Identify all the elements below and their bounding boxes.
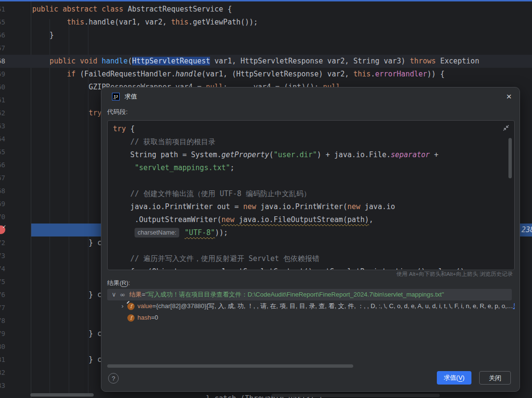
line-number[interactable]: 62 — [0, 107, 5, 120]
line-number[interactable]: 59 — [0, 68, 5, 81]
line-number[interactable]: 60 — [0, 81, 5, 94]
fragment-code-line[interactable]: String path = System.getProperty("user.d… — [130, 149, 515, 162]
code-text: public void handle(HttpServletRequest va… — [49, 55, 479, 68]
line-number[interactable]: 65 — [0, 146, 5, 159]
dialog-titlebar: IJ 求值 — [112, 92, 137, 101]
dialog-title: 求值 — [124, 92, 137, 101]
close-button[interactable]: 关闭 — [479, 371, 511, 385]
code-text: } c — [88, 236, 101, 249]
fragment-code-line[interactable]: // 遍历并写入文件，使用反射避开 Servlet 包依赖报错 — [130, 252, 515, 265]
line-number[interactable]: 55 — [0, 16, 5, 29]
line-number[interactable]: 64 — [0, 133, 5, 146]
code-fragment-editor[interactable]: try {// 获取当前项目的根目录String path = System.g… — [107, 120, 515, 270]
code-text: } c — [88, 353, 101, 366]
result-tree[interactable]: ∨∞结果 = "写入成功！请在项目目录查看文件：D:\CodeAudit\Fin… — [107, 289, 515, 361]
line-number[interactable]: 70 — [0, 211, 5, 224]
line-number[interactable]: 76 — [0, 288, 5, 301]
variable-name: hash — [137, 312, 151, 323]
editor-horizontal-scrollbar[interactable] — [30, 393, 94, 397]
tree-expander-icon[interactable]: ∨ — [110, 289, 118, 300]
line-number[interactable]: 61 — [0, 94, 5, 107]
collapse-expand-icon[interactable] — [503, 124, 509, 131]
value-text: 0 — [155, 312, 158, 323]
line-number[interactable]: 79 — [0, 327, 5, 340]
line-number[interactable]: 68 — [0, 185, 5, 198]
show-more-link[interactable]: 显示 — [513, 300, 515, 312]
line-number[interactable]: 74 — [0, 262, 5, 275]
result-tree-row[interactable]: ∨∞结果 = "写入成功！请在项目目录查看文件：D:\CodeAudit\Fin… — [107, 289, 512, 300]
fragment-code-line[interactable] — [113, 239, 515, 252]
result-label: 结果(R): — [107, 279, 130, 287]
equals-sign: = — [151, 312, 155, 323]
line-number[interactable]: 51 — [0, 3, 5, 16]
line-number[interactable]: 83 — [0, 379, 5, 392]
history-hint: 使用 Alt+向下箭头和Alt+向上箭头 浏览历史记录 — [396, 271, 513, 278]
line-number[interactable]: 66 — [0, 159, 5, 172]
ide-screen: 51public abstract class AbstractRequestS… — [0, 0, 532, 398]
line-number[interactable]: 57 — [0, 42, 5, 55]
code-text: this.handle(var1, var2, this.getViewPath… — [67, 16, 258, 29]
line-number[interactable]: 82 — [0, 366, 5, 379]
line-number[interactable]: 63 — [0, 120, 5, 133]
line-number[interactable]: 69 — [0, 198, 5, 211]
fragment-code-line[interactable]: // 创建文件输出流（使用 UTF-8 编码防止中文乱码） — [130, 187, 515, 200]
evaluate-button[interactable]: 求值(V) — [437, 371, 471, 385]
field-icon: f — [127, 314, 135, 322]
line-number[interactable]: 75 — [0, 275, 5, 288]
line-number[interactable]: 58 — [0, 55, 5, 68]
variable-name: 结果 — [129, 289, 142, 300]
line-number[interactable]: 67 — [0, 172, 5, 185]
code-text: } c — [88, 288, 101, 301]
code-fragment-label: 代码段: — [107, 108, 128, 116]
field-icon: f — [127, 303, 135, 310]
code-line[interactable]: 58public void handle(HttpServletRequest … — [0, 55, 532, 68]
code-text: } — [49, 29, 54, 42]
code-text: if (FailedRequestHandler.handle(var1, (H… — [67, 68, 445, 81]
fragment-code-line[interactable] — [113, 174, 515, 187]
equals-sign: = — [152, 300, 156, 312]
result-tree-row[interactable]: ›fvalue = {char[82]@37880} [写, 入, 成, 功, … — [107, 300, 515, 312]
line-number[interactable]: 56 — [0, 29, 5, 42]
code-line[interactable]: 55this.handle(var1, var2, this.getViewPa… — [0, 16, 532, 29]
object-reference: {char[82]@37880} — [156, 300, 207, 312]
line-number[interactable]: 73 — [0, 249, 5, 262]
value-text: [写, 入, 成, 功, ！, , 请, 在, 项, 目, 目, 录, 查, 看… — [207, 300, 513, 312]
close-icon[interactable]: × — [503, 91, 515, 103]
code-line[interactable]: 59if (FailedRequestHandler.handle(var1, … — [0, 68, 532, 81]
fragment-code-line[interactable]: .OutputStreamWriter(new java.io.FileOutp… — [135, 213, 515, 226]
evaluate-dialog: IJ 求值 × 代码段: try {// 获取当前项目的根目录String pa… — [101, 87, 520, 392]
line-number[interactable]: 81 — [0, 353, 5, 366]
line-number[interactable]: 77 — [0, 301, 5, 314]
string-value: "写入成功！请在项目目录查看文件：D:\CodeAudit\FineReport… — [146, 289, 444, 300]
fragment-code-line[interactable]: charsetName: "UTF-8")); — [135, 226, 515, 239]
evaluation-result-icon: ∞ — [118, 291, 127, 298]
variable-name: value — [137, 300, 152, 312]
code-line[interactable]: 56} — [0, 29, 532, 42]
line-number[interactable]: 80 — [0, 340, 5, 353]
fragment-code-line[interactable]: try { — [113, 123, 515, 136]
intellij-logo-icon: IJ — [112, 93, 120, 100]
fragment-code-line[interactable]: java.io.PrintWriter out = new java.io.Pr… — [130, 200, 515, 213]
inline-debug-value: 238 — [521, 224, 532, 236]
code-line[interactable]: 57 — [0, 42, 532, 55]
fragment-vertical-scrollbar[interactable] — [508, 138, 512, 178]
line-number[interactable]: 78 — [0, 314, 5, 327]
line-number[interactable]: 72 — [0, 236, 5, 249]
code-line[interactable]: 51public abstract class AbstractRequestS… — [0, 3, 532, 16]
fragment-code-line[interactable]: for (Object reg : var1.getServletContext… — [130, 265, 515, 270]
fragment-code-line[interactable]: "servlet_mappings.txt"; — [135, 162, 515, 174]
help-button[interactable]: ? — [108, 373, 119, 384]
code-text: } c — [88, 327, 101, 340]
result-tree-row[interactable]: fhash = 0 — [107, 312, 515, 323]
fragment-code-line[interactable]: // 获取当前项目的根目录 — [130, 136, 515, 149]
equals-sign: = — [142, 289, 146, 300]
tree-expander-icon[interactable]: › — [119, 300, 126, 312]
editor-horizontal-scrollbar[interactable] — [272, 394, 440, 397]
result-horizontal-scrollbar[interactable] — [107, 364, 353, 368]
code-text: public abstract class AbstractRequestSer… — [32, 3, 232, 16]
